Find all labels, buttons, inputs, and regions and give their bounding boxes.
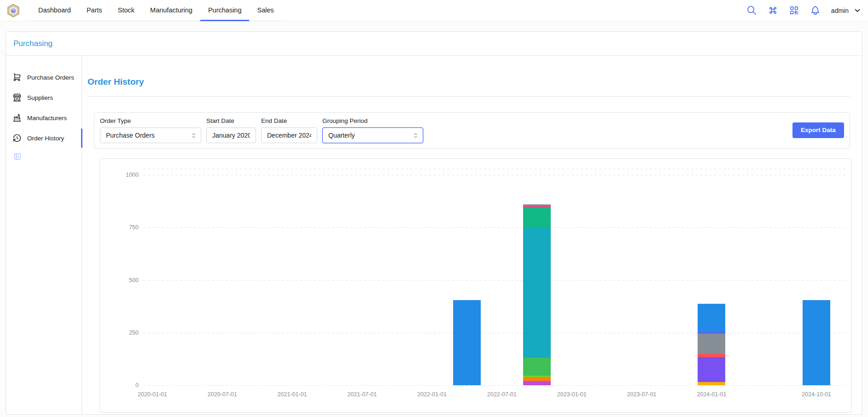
active-item-indicator [81,128,82,148]
qrcode-scan-icon[interactable] [789,5,799,16]
y-gridline [143,280,846,281]
grouping-period-value: Quarterly [328,132,355,139]
end-date-input[interactable] [261,127,317,143]
bar-segment-2024-01-01[interactable] [698,304,725,331]
bar-segment-2024-01-01[interactable] [698,331,725,334]
start-date-input[interactable] [206,127,256,143]
chevron-down-icon [853,6,862,15]
breadcrumb-purchasing-link[interactable]: Purchasing [13,39,52,48]
page-card: Purchasing Purchase Orders Suppliers [6,31,862,415]
x-axis-tick-label: 2021-01-01 [267,391,318,398]
end-date-field: End Date [261,117,317,143]
export-data-button[interactable]: Export Data [792,122,844,138]
top-navigation-bar: Dashboard Parts Stock Manufacturing Purc… [0,0,868,21]
filter-toolbar: Order Type Purchase Orders Start Date En… [94,112,850,149]
bar-segment-2022-10-01[interactable] [523,228,551,358]
x-axis-tick-label: 2024-10-01 [791,391,842,398]
building-store-icon [12,93,22,102]
tab-parts[interactable]: Parts [79,0,110,21]
start-date-label: Start Date [206,117,256,124]
end-date-label: End Date [261,117,317,124]
history-icon [12,133,22,143]
page-title: Order History [87,77,862,87]
shopping-cart-icon [12,73,22,82]
y-gridline [143,385,846,386]
order-type-field: Order Type Purchase Orders [100,117,201,143]
bar-segment-2024-01-01[interactable] [698,354,725,357]
grouping-period-field: Grouping Period Quarterly [322,117,423,143]
sidebar-item-purchase-orders[interactable]: Purchase Orders [6,71,82,83]
bar-segment-2022-10-01[interactable] [523,381,551,385]
order-type-value: Purchase Orders [106,132,155,139]
bar-segment-2022-04-01[interactable] [453,300,481,385]
y-gridline [143,333,846,333]
purchasing-sidebar: Purchase Orders Suppliers Manufacturers [6,56,82,414]
y-gridline [143,227,846,228]
order-type-select[interactable]: Purchase Orders [100,127,201,143]
header-actions: admin [746,5,862,16]
y-gridline [143,175,846,175]
bar-segment-2022-10-01[interactable] [523,207,551,228]
sidebar-item-suppliers[interactable]: Suppliers [6,92,82,104]
bar-segment-2024-01-01[interactable] [698,357,725,382]
main-nav-tabs: Dashboard Parts Stock Manufacturing Purc… [30,0,282,21]
selector-icon [190,132,197,139]
bar-segment-2022-10-01[interactable] [523,377,551,381]
search-icon[interactable] [746,5,757,16]
user-menu[interactable]: admin [831,6,862,15]
bar-segment-2022-10-01[interactable] [523,206,551,207]
sidebar-item-label: Purchase Orders [27,74,74,81]
command-icon[interactable] [768,5,778,16]
tab-stock[interactable]: Stock [110,0,142,21]
bar-segment-2022-10-01[interactable] [523,376,551,377]
order-type-label: Order Type [100,117,201,124]
tab-manufacturing[interactable]: Manufacturing [142,0,200,21]
start-date-field: Start Date [206,117,256,143]
y-axis-tick-label: 1000 [111,172,139,178]
sidebar-item-manufacturers[interactable]: Manufacturers [6,112,82,124]
breadcrumb: Purchasing [6,32,862,56]
bar-segment-2022-10-01[interactable] [523,358,551,376]
order-history-chart: 025050075010002020-01-012020-07-012021-0… [99,158,852,413]
sidebar-item-label: Manufacturers [27,115,67,122]
tab-sales[interactable]: Sales [249,0,281,21]
y-axis-tick-label: 500 [111,277,139,284]
grouping-period-select[interactable]: Quarterly [322,127,423,143]
sidebar-item-label: Suppliers [27,94,53,101]
x-axis-tick-label: 2023-07-01 [617,391,667,398]
y-axis-tick-label: 750 [111,224,139,231]
grouping-period-label: Grouping Period [322,117,423,124]
x-axis-tick-label: 2020-01-01 [127,391,178,398]
bar-segment-2024-01-01[interactable] [698,382,725,385]
user-name-label: admin [831,7,849,14]
x-axis-tick-label: 2024-01-01 [686,391,737,398]
selector-icon [412,132,419,139]
sidebar-item-label: Order History [27,135,64,142]
bar-segment-2022-10-01[interactable] [523,204,551,206]
chart-top-gridline [143,169,846,169]
sidebar-item-order-history[interactable]: Order History [6,132,82,144]
x-axis-tick-label: 2022-01-01 [407,391,457,398]
x-axis-tick-label: 2023-01-01 [547,391,597,398]
inventree-logo-icon[interactable] [6,4,20,17]
order-history-panel: Order History Order Type Purchase Orders… [82,56,862,414]
y-axis-tick-label: 250 [111,330,139,336]
tab-dashboard[interactable]: Dashboard [30,0,79,21]
y-axis-tick-label: 0 [111,382,139,388]
tab-purchasing[interactable]: Purchasing [200,0,250,21]
x-axis-tick-label: 2021-07-01 [337,391,387,398]
notifications-bell-icon[interactable] [810,5,821,16]
title-divider [87,96,850,97]
bar-segment-2024-01-01[interactable] [698,334,725,354]
sidebar-collapse-icon[interactable] [13,152,22,161]
factory-icon [12,113,22,122]
bar-segment-2024-10-01[interactable] [803,300,830,385]
x-axis-tick-label: 2020-07-01 [197,391,248,398]
x-axis-tick-label: 2022-07-01 [477,391,527,398]
